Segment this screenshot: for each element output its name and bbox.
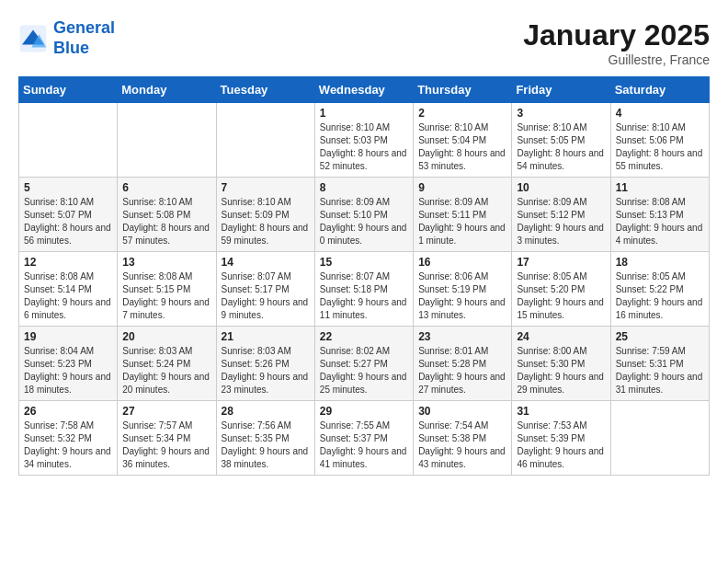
calendar-day-cell: 6Sunrise: 8:10 AM Sunset: 5:08 PM Daylig… (118, 178, 216, 252)
calendar-day-cell: 14Sunrise: 8:07 AM Sunset: 5:17 PM Dayli… (216, 252, 314, 327)
calendar-day-cell: 31Sunrise: 7:53 AM Sunset: 5:39 PM Dayli… (512, 401, 610, 476)
calendar-day-cell: 24Sunrise: 8:00 AM Sunset: 5:30 PM Dayli… (512, 327, 610, 401)
day-info: Sunrise: 8:10 AM Sunset: 5:06 PM Dayligh… (616, 121, 704, 173)
calendar-day-cell: 5Sunrise: 8:10 AM Sunset: 5:07 PM Daylig… (19, 178, 118, 252)
weekday-header: Sunday (19, 77, 118, 103)
day-number: 24 (517, 330, 605, 343)
day-number: 15 (320, 256, 408, 269)
calendar-day-cell: 2Sunrise: 8:10 AM Sunset: 5:04 PM Daylig… (414, 103, 512, 178)
day-number: 16 (418, 256, 506, 269)
calendar-day-cell: 4Sunrise: 8:10 AM Sunset: 5:06 PM Daylig… (610, 103, 709, 178)
calendar-day-cell: 10Sunrise: 8:09 AM Sunset: 5:12 PM Dayli… (512, 178, 610, 252)
day-number: 26 (24, 405, 112, 418)
calendar-day-cell: 11Sunrise: 8:08 AM Sunset: 5:13 PM Dayli… (610, 178, 709, 252)
day-info: Sunrise: 8:10 AM Sunset: 5:04 PM Dayligh… (418, 121, 506, 173)
calendar-week-row: 5Sunrise: 8:10 AM Sunset: 5:07 PM Daylig… (19, 178, 710, 252)
calendar-day-cell: 28Sunrise: 7:56 AM Sunset: 5:35 PM Dayli… (216, 401, 314, 476)
day-number: 14 (222, 256, 310, 269)
day-info: Sunrise: 7:56 AM Sunset: 5:35 PM Dayligh… (222, 419, 310, 471)
day-info: Sunrise: 7:57 AM Sunset: 5:34 PM Dayligh… (122, 419, 210, 471)
day-number: 9 (418, 181, 506, 194)
day-number: 5 (24, 181, 112, 194)
day-number: 11 (616, 181, 704, 194)
calendar-day-cell: 16Sunrise: 8:06 AM Sunset: 5:19 PM Dayli… (414, 252, 512, 327)
day-info: Sunrise: 8:00 AM Sunset: 5:30 PM Dayligh… (517, 345, 605, 396)
calendar-day-cell (19, 103, 118, 178)
calendar-table: SundayMondayTuesdayWednesdayThursdayFrid… (18, 76, 710, 476)
calendar-day-cell: 9Sunrise: 8:09 AM Sunset: 5:11 PM Daylig… (414, 178, 512, 252)
page-header: General Blue January 2025 Guillestre, Fr… (18, 18, 710, 67)
calendar-day-cell: 15Sunrise: 8:07 AM Sunset: 5:18 PM Dayli… (314, 252, 413, 327)
day-info: Sunrise: 8:04 AM Sunset: 5:23 PM Dayligh… (24, 345, 112, 396)
day-info: Sunrise: 7:59 AM Sunset: 5:31 PM Dayligh… (616, 345, 704, 396)
calendar-day-cell: 18Sunrise: 8:05 AM Sunset: 5:22 PM Dayli… (610, 252, 709, 327)
weekday-header: Wednesday (314, 77, 413, 103)
calendar-day-cell: 8Sunrise: 8:09 AM Sunset: 5:10 PM Daylig… (314, 178, 413, 252)
weekday-header: Friday (512, 77, 610, 103)
calendar-day-cell: 29Sunrise: 7:55 AM Sunset: 5:37 PM Dayli… (314, 401, 413, 476)
calendar-day-cell: 13Sunrise: 8:08 AM Sunset: 5:15 PM Dayli… (118, 252, 216, 327)
day-number: 4 (616, 107, 704, 120)
logo-text: General Blue (53, 18, 115, 58)
day-number: 22 (320, 330, 408, 343)
calendar-day-cell: 25Sunrise: 7:59 AM Sunset: 5:31 PM Dayli… (610, 327, 709, 401)
calendar-week-row: 12Sunrise: 8:08 AM Sunset: 5:14 PM Dayli… (19, 252, 710, 327)
day-number: 29 (320, 405, 408, 418)
day-info: Sunrise: 8:02 AM Sunset: 5:27 PM Dayligh… (320, 345, 408, 396)
calendar-day-cell (118, 103, 216, 178)
weekday-header: Tuesday (216, 77, 314, 103)
day-number: 1 (320, 107, 408, 120)
day-info: Sunrise: 8:06 AM Sunset: 5:19 PM Dayligh… (418, 270, 506, 322)
day-number: 12 (24, 256, 112, 269)
calendar-day-cell: 27Sunrise: 7:57 AM Sunset: 5:34 PM Dayli… (118, 401, 216, 476)
day-info: Sunrise: 8:09 AM Sunset: 5:11 PM Dayligh… (418, 196, 506, 247)
calendar-day-cell: 7Sunrise: 8:10 AM Sunset: 5:09 PM Daylig… (216, 178, 314, 252)
calendar-day-cell (610, 401, 709, 476)
logo-icon (18, 24, 48, 53)
title-area: January 2025 Guillestre, France (523, 18, 710, 67)
day-number: 6 (122, 181, 210, 194)
day-info: Sunrise: 8:10 AM Sunset: 5:07 PM Dayligh… (24, 196, 112, 247)
weekday-header-row: SundayMondayTuesdayWednesdayThursdayFrid… (19, 77, 710, 103)
day-number: 10 (517, 181, 605, 194)
calendar-day-cell: 22Sunrise: 8:02 AM Sunset: 5:27 PM Dayli… (314, 327, 413, 401)
calendar-day-cell: 20Sunrise: 8:03 AM Sunset: 5:24 PM Dayli… (118, 327, 216, 401)
calendar-day-cell: 26Sunrise: 7:58 AM Sunset: 5:32 PM Dayli… (19, 401, 118, 476)
day-number: 25 (616, 330, 704, 343)
day-info: Sunrise: 8:08 AM Sunset: 5:15 PM Dayligh… (122, 270, 210, 322)
calendar-week-row: 26Sunrise: 7:58 AM Sunset: 5:32 PM Dayli… (19, 401, 710, 476)
calendar-week-row: 1Sunrise: 8:10 AM Sunset: 5:03 PM Daylig… (19, 103, 710, 178)
day-info: Sunrise: 8:01 AM Sunset: 5:28 PM Dayligh… (418, 345, 506, 396)
day-number: 21 (222, 330, 310, 343)
calendar-day-cell: 30Sunrise: 7:54 AM Sunset: 5:38 PM Dayli… (414, 401, 512, 476)
day-number: 19 (24, 330, 112, 343)
day-info: Sunrise: 8:07 AM Sunset: 5:18 PM Dayligh… (320, 270, 408, 322)
day-number: 30 (418, 405, 506, 418)
day-number: 7 (222, 181, 310, 194)
day-number: 28 (222, 405, 310, 418)
day-info: Sunrise: 8:10 AM Sunset: 5:03 PM Dayligh… (320, 121, 408, 173)
day-info: Sunrise: 8:08 AM Sunset: 5:14 PM Dayligh… (24, 270, 112, 322)
day-info: Sunrise: 7:53 AM Sunset: 5:39 PM Dayligh… (517, 419, 605, 471)
day-info: Sunrise: 8:05 AM Sunset: 5:20 PM Dayligh… (517, 270, 605, 322)
calendar-day-cell: 17Sunrise: 8:05 AM Sunset: 5:20 PM Dayli… (512, 252, 610, 327)
day-info: Sunrise: 8:05 AM Sunset: 5:22 PM Dayligh… (616, 270, 704, 322)
day-number: 8 (320, 181, 408, 194)
calendar-day-cell: 12Sunrise: 8:08 AM Sunset: 5:14 PM Dayli… (19, 252, 118, 327)
day-info: Sunrise: 8:03 AM Sunset: 5:26 PM Dayligh… (222, 345, 310, 396)
weekday-header: Thursday (414, 77, 512, 103)
day-number: 2 (418, 107, 506, 120)
calendar-title: January 2025 (523, 18, 710, 52)
day-number: 20 (122, 330, 210, 343)
day-info: Sunrise: 8:09 AM Sunset: 5:12 PM Dayligh… (517, 196, 605, 247)
calendar-week-row: 19Sunrise: 8:04 AM Sunset: 5:23 PM Dayli… (19, 327, 710, 401)
calendar-subtitle: Guillestre, France (523, 52, 710, 67)
day-info: Sunrise: 8:09 AM Sunset: 5:10 PM Dayligh… (320, 196, 408, 247)
day-number: 13 (122, 256, 210, 269)
day-info: Sunrise: 8:03 AM Sunset: 5:24 PM Dayligh… (122, 345, 210, 396)
day-info: Sunrise: 8:10 AM Sunset: 5:09 PM Dayligh… (222, 196, 310, 247)
calendar-day-cell: 1Sunrise: 8:10 AM Sunset: 5:03 PM Daylig… (314, 103, 413, 178)
day-number: 3 (517, 107, 605, 120)
day-info: Sunrise: 8:07 AM Sunset: 5:17 PM Dayligh… (222, 270, 310, 322)
calendar-day-cell: 3Sunrise: 8:10 AM Sunset: 5:05 PM Daylig… (512, 103, 610, 178)
